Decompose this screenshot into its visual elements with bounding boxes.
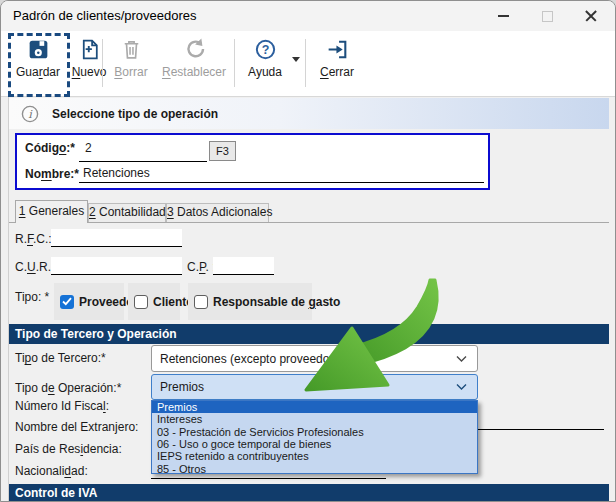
numero-id-fiscal-label: Número Id Fiscal: xyxy=(15,399,109,413)
cliente-checkbox-group: Cliente xyxy=(128,283,180,320)
undo-icon xyxy=(182,37,207,62)
dropdown-option-selected[interactable]: Premios xyxy=(152,401,477,413)
toolbar-separator xyxy=(102,39,103,87)
info-banner: i Seleccione tipo de operación xyxy=(9,98,609,129)
window-controls xyxy=(481,1,613,31)
cliente-checkbox[interactable] xyxy=(134,295,148,309)
tipo-tercero-combobox[interactable]: Retenciones (excepto proveedores) xyxy=(151,345,478,372)
dropdown-option[interactable]: IEPS retenido a contribuyentes xyxy=(152,450,477,462)
nombre-label: Nombre:* xyxy=(25,167,79,181)
window-title: Padrón de clientes/proveedores xyxy=(13,1,197,31)
info-message: Seleccione tipo de operación xyxy=(52,107,218,121)
identity-box: Código:* 2 F3 Nombre:* Retenciones xyxy=(15,133,490,190)
borrar-button[interactable]: Borrar xyxy=(107,37,155,79)
tab-contabilidad[interactable]: 2 Contabilidad xyxy=(88,203,166,222)
close-button[interactable] xyxy=(569,1,613,31)
curp-input[interactable] xyxy=(51,257,182,275)
tipo-operacion-dropdown-list: Premios Intereses 03 - Prestación de Ser… xyxy=(151,400,478,474)
pais-residencia-label: País de Residencia: xyxy=(15,442,122,456)
nuevo-label: Nuevo xyxy=(67,65,111,79)
proveedor-checkbox-group: Proveedor xyxy=(54,283,124,320)
tab-strip-line xyxy=(9,222,609,223)
dropdown-option[interactable]: 03 - Prestación de Servicios Profesional… xyxy=(152,426,477,438)
codigo-label: Código:* xyxy=(25,141,75,155)
tercero-section-header: Tipo de Tercero y Operación xyxy=(9,324,609,344)
nuevo-button[interactable]: Nuevo xyxy=(67,37,111,79)
nacionalidad-label: Nacionalidad: xyxy=(15,464,88,478)
save-icon xyxy=(26,37,51,62)
tipo-operacion-label: Tipo de Operación:* xyxy=(15,381,121,395)
trash-icon xyxy=(119,37,144,62)
ayuda-button[interactable]: ? Ayuda xyxy=(241,37,289,79)
close-icon xyxy=(584,9,598,23)
tipo-tercero-value: Retenciones (excepto proveedores) xyxy=(160,352,350,366)
tab-datos-adicionales[interactable]: 3 Datos Adicionales xyxy=(166,203,269,222)
minimize-icon xyxy=(498,15,509,17)
titlebar: Padrón de clientes/proveedores xyxy=(1,1,615,31)
padron-window: Padrón de clientes/proveedores Guardar xyxy=(0,0,616,502)
restablecer-label: Restablecer xyxy=(157,65,231,79)
cp-input[interactable] xyxy=(213,257,274,275)
rfc-input[interactable] xyxy=(51,229,182,247)
chevron-down-icon xyxy=(456,384,467,391)
help-icon: ? xyxy=(253,37,278,62)
iva-section-header: Control de IVA xyxy=(9,484,609,502)
cp-label: C.P. : xyxy=(187,260,215,274)
dropdown-option[interactable]: 85 - Otros xyxy=(152,463,477,475)
maximize-button[interactable] xyxy=(525,1,569,31)
tab-generales[interactable]: 1 Generales xyxy=(15,200,88,223)
window-inner-edge xyxy=(8,97,9,502)
tipo-tercero-label: Tipo de Tercero:* xyxy=(15,351,106,365)
f3-lookup-button[interactable]: F3 xyxy=(209,141,236,161)
nombre-extranjero-label: Nombre del Extranjero: xyxy=(15,420,138,434)
cerrar-button[interactable]: Cerrar xyxy=(313,37,361,79)
tipo-operacion-combobox[interactable]: Premios xyxy=(151,374,478,400)
responsable-gasto-checkbox-group: Responsable de gasto xyxy=(188,283,312,320)
guardar-label: Guardar xyxy=(11,65,65,79)
toolbar: Guardar Nuevo Borrar xyxy=(1,31,615,97)
cerrar-label: Cerrar xyxy=(313,65,361,79)
check-icon xyxy=(62,297,72,306)
toolbar-separator xyxy=(234,39,235,87)
tipo-label: Tipo: * xyxy=(15,290,49,304)
guardar-button[interactable]: Guardar xyxy=(11,37,65,79)
info-icon: i xyxy=(21,105,39,123)
ayuda-dropdown-arrow-icon[interactable] xyxy=(292,57,300,62)
nacionalidad-input[interactable] xyxy=(151,478,386,479)
codigo-input[interactable] xyxy=(79,144,207,162)
toolbar-separator xyxy=(305,39,306,87)
cliente-label: Cliente xyxy=(153,295,193,309)
proveedor-checkbox[interactable] xyxy=(60,295,74,309)
minimize-button[interactable] xyxy=(481,1,525,31)
new-document-icon xyxy=(77,37,102,62)
responsable-gasto-checkbox[interactable] xyxy=(194,295,208,309)
borrar-label: Borrar xyxy=(107,65,155,79)
rfc-label: R.F.C.: xyxy=(15,232,52,246)
responsable-gasto-label: Responsable de gasto xyxy=(213,295,340,309)
exit-icon xyxy=(325,37,350,62)
svg-text:?: ? xyxy=(261,43,269,57)
restablecer-button[interactable]: Restablecer xyxy=(157,37,231,79)
dropdown-option[interactable]: Intereses xyxy=(152,413,477,425)
nombre-input[interactable] xyxy=(79,165,484,183)
ayuda-label: Ayuda xyxy=(241,65,289,79)
maximize-icon xyxy=(542,11,553,22)
dropdown-option[interactable]: 06 - Uso o goce temporal de bienes xyxy=(152,438,477,450)
chevron-down-icon xyxy=(456,355,467,362)
tipo-operacion-value: Premios xyxy=(160,380,204,394)
